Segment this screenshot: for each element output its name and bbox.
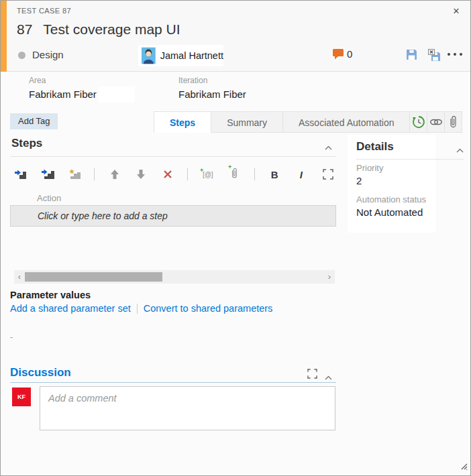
scrollbar-thumb[interactable]	[25, 272, 162, 282]
tab-associated-automation[interactable]: Associated Automation	[283, 111, 410, 133]
add-attachment-button[interactable]: +	[227, 167, 242, 182]
discussion-collapse-button[interactable]	[325, 371, 332, 383]
more-actions-button[interactable]	[448, 53, 462, 56]
discussion-section: Discussion KF	[10, 366, 336, 433]
horizontal-scrollbar[interactable]: ‹ ›	[14, 270, 335, 284]
save-button[interactable]	[406, 49, 419, 62]
chevron-up-icon	[325, 375, 332, 380]
create-shared-steps-icon	[68, 169, 81, 180]
priority-label: Priority	[356, 163, 383, 173]
add-shared-parameter-set-link[interactable]: Add a shared parameter set	[10, 303, 131, 314]
details-collapse-button[interactable]	[456, 143, 464, 156]
tab-steps[interactable]: Steps	[154, 111, 211, 133]
current-user-avatar: KF	[12, 388, 31, 406]
insert-shared-steps-icon	[42, 169, 54, 180]
move-step-up-button[interactable]	[107, 167, 121, 182]
comment-icon	[332, 48, 344, 60]
history-icon	[412, 115, 425, 129]
tab-attachments[interactable]	[445, 111, 462, 133]
steps-toolbar: +[@] + B I	[10, 164, 336, 184]
steps-section-title: Steps	[11, 137, 42, 150]
work-item-type-label: TEST CASE 87	[17, 7, 71, 15]
convert-to-shared-parameters-link[interactable]: Convert to shared parameters	[144, 303, 273, 314]
chevron-up-icon	[456, 148, 464, 153]
resize-grip-icon	[459, 461, 468, 471]
work-item-id: 87	[17, 21, 32, 38]
work-item-title[interactable]: Test coverage map UI	[43, 21, 180, 38]
fullscreen-icon	[307, 369, 317, 379]
priority-value[interactable]: 2	[356, 175, 362, 186]
details-divider	[356, 159, 464, 160]
create-shared-steps-button[interactable]	[68, 167, 82, 182]
state-row: Design Jamal Hartnett 0	[1, 45, 470, 66]
arrow-down-icon	[136, 169, 146, 180]
steps-fullscreen-button[interactable]	[321, 167, 335, 182]
parameter-empty-marker: -	[10, 332, 336, 342]
parameter-values-section: Parameter values Add a shared parameter …	[10, 290, 336, 342]
dot-icon	[454, 53, 456, 56]
add-parameter-icon: +[@]	[203, 171, 213, 178]
add-step-row[interactable]: Click or type here to add a step	[10, 205, 336, 227]
bold-icon: B	[271, 169, 278, 180]
save-icon	[406, 49, 417, 60]
tab-summary[interactable]: Summary	[211, 111, 283, 133]
link-icon	[429, 117, 443, 127]
toolbar-separator	[187, 168, 188, 180]
insert-shared-steps-button[interactable]	[41, 167, 55, 182]
dot-icon	[448, 53, 450, 56]
work-item-dialog: TEST CASE 87 ✕ 87 Test coverage map UI D…	[0, 0, 471, 476]
tab-history[interactable]	[410, 111, 427, 133]
move-step-down-button[interactable]	[134, 167, 148, 182]
assigned-to-field[interactable]: Jamal Hartnett	[138, 45, 223, 66]
work-item-title-row: 87 Test coverage map UI	[17, 21, 180, 38]
discussion-count-button[interactable]: 0	[332, 48, 352, 60]
assignee-name: Jamal Hartnett	[160, 50, 223, 61]
automation-status-value[interactable]: Not Automated	[356, 206, 423, 218]
scroll-right-icon[interactable]: ›	[324, 270, 335, 284]
italic-button[interactable]: I	[295, 167, 309, 182]
insert-step-icon	[15, 169, 28, 180]
tab-links[interactable]	[427, 111, 445, 133]
steps-section: Steps	[10, 133, 336, 433]
add-tag-button[interactable]: Add Tag	[10, 113, 58, 129]
toolbar-separator	[254, 168, 255, 180]
resize-grip[interactable]	[459, 461, 468, 473]
save-and-close-icon	[428, 49, 441, 62]
details-title: Details	[356, 140, 394, 154]
avatar	[142, 47, 156, 64]
steps-section-header: Steps	[10, 133, 336, 157]
delete-step-button[interactable]	[161, 167, 175, 182]
steps-collapse-button[interactable]	[325, 141, 332, 153]
work-item-header: TEST CASE 87 ✕ 87 Test coverage map UI D…	[1, 1, 470, 72]
tab-strip: Steps Summary Associated Automation	[154, 111, 462, 133]
discussion-fullscreen-button[interactable]	[307, 369, 317, 381]
italic-icon: I	[300, 169, 303, 180]
bold-button[interactable]: B	[268, 167, 282, 182]
discussion-title: Discussion	[10, 366, 71, 379]
link-separator	[137, 304, 138, 314]
area-picker-field[interactable]	[98, 86, 135, 103]
comment-input[interactable]	[40, 386, 335, 430]
area-value[interactable]: Fabrikam Fiber	[29, 88, 97, 100]
chevron-up-icon	[325, 145, 332, 150]
close-icon[interactable]: ✕	[450, 5, 462, 17]
state-field[interactable]: Design	[32, 49, 64, 60]
iteration-value[interactable]: Fabrikam Fiber	[178, 88, 246, 100]
parameter-values-title: Parameter values	[10, 290, 336, 300]
action-column-header: Action	[37, 193, 336, 203]
paperclip-icon	[449, 115, 458, 129]
comment-count: 0	[347, 48, 352, 60]
add-parameter-button[interactable]: +[@]	[201, 167, 215, 182]
delete-x-icon	[163, 170, 172, 179]
scroll-left-icon[interactable]: ‹	[14, 270, 25, 284]
area-label: Area	[29, 76, 46, 85]
fullscreen-icon	[323, 169, 333, 180]
dot-icon	[460, 53, 462, 56]
arrow-up-icon	[110, 169, 119, 180]
automation-status-label: Automation status	[356, 194, 426, 204]
save-and-close-button[interactable]	[428, 49, 441, 62]
state-dot-icon	[18, 52, 25, 59]
insert-step-button[interactable]	[14, 167, 28, 182]
add-attachment-icon: +	[231, 168, 238, 182]
details-panel: Details Priority 2 Automation status Not…	[348, 135, 435, 233]
